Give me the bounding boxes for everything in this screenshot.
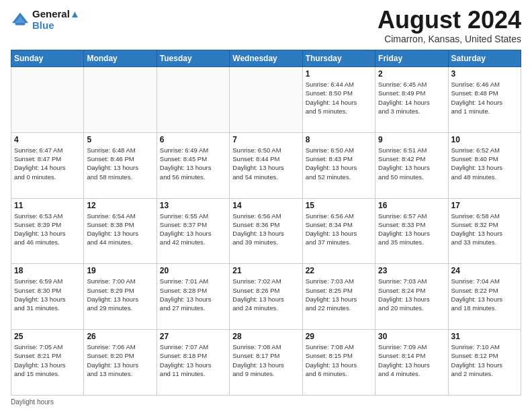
day-number: 5 — [87, 135, 153, 144]
calendar-cell: 6Sunrise: 6:49 AM Sunset: 8:45 PM Daylig… — [157, 132, 229, 198]
title-area: August 2024 Cimarron, Kansas, United Sta… — [378, 8, 521, 44]
day-number: 25 — [14, 332, 81, 341]
calendar-cell: 10Sunrise: 6:52 AM Sunset: 8:40 PM Dayli… — [448, 132, 521, 198]
calendar-header-row: SundayMondayTuesdayWednesdayThursdayFrid… — [11, 50, 521, 67]
calendar-cell: 27Sunrise: 7:07 AM Sunset: 8:18 PM Dayli… — [157, 330, 229, 396]
day-info: Sunrise: 7:08 AM Sunset: 8:17 PM Dayligh… — [232, 342, 299, 378]
day-info: Sunrise: 7:08 AM Sunset: 8:15 PM Dayligh… — [306, 342, 372, 378]
day-info: Sunrise: 6:54 AM Sunset: 8:38 PM Dayligh… — [87, 212, 153, 247]
day-info: Sunrise: 6:51 AM Sunset: 8:42 PM Dayligh… — [378, 146, 445, 181]
day-number: 8 — [306, 135, 372, 144]
calendar-header-monday: Monday — [84, 50, 157, 67]
day-info: Sunrise: 6:56 AM Sunset: 8:34 PM Dayligh… — [306, 212, 372, 247]
day-number: 14 — [232, 201, 299, 210]
day-number: 10 — [451, 135, 518, 144]
calendar-cell: 2Sunrise: 6:45 AM Sunset: 8:49 PM Daylig… — [375, 67, 448, 133]
day-number: 7 — [232, 135, 299, 144]
calendar-cell: 16Sunrise: 6:57 AM Sunset: 8:33 PM Dayli… — [375, 198, 448, 264]
logo: General▲ Blue — [11, 8, 80, 31]
calendar-week-3: 11Sunrise: 6:53 AM Sunset: 8:39 PM Dayli… — [11, 198, 521, 264]
day-info: Sunrise: 6:48 AM Sunset: 8:46 PM Dayligh… — [87, 146, 153, 181]
calendar-table: SundayMondayTuesdayWednesdayThursdayFrid… — [11, 50, 521, 396]
calendar-cell: 18Sunrise: 6:59 AM Sunset: 8:30 PM Dayli… — [11, 264, 84, 330]
calendar-cell: 9Sunrise: 6:51 AM Sunset: 8:42 PM Daylig… — [375, 132, 448, 198]
day-info: Sunrise: 7:03 AM Sunset: 8:24 PM Dayligh… — [378, 277, 445, 312]
calendar-cell: 1Sunrise: 6:44 AM Sunset: 8:50 PM Daylig… — [302, 67, 375, 133]
calendar-cell: 21Sunrise: 7:02 AM Sunset: 8:26 PM Dayli… — [230, 264, 302, 330]
day-info: Sunrise: 7:03 AM Sunset: 8:25 PM Dayligh… — [306, 277, 372, 312]
day-info: Sunrise: 7:05 AM Sunset: 8:21 PM Dayligh… — [14, 342, 81, 378]
calendar-cell — [230, 67, 302, 133]
calendar-cell: 5Sunrise: 6:48 AM Sunset: 8:46 PM Daylig… — [84, 132, 157, 198]
calendar-header-sunday: Sunday — [11, 50, 84, 67]
day-number: 23 — [378, 266, 445, 275]
calendar-week-2: 4Sunrise: 6:47 AM Sunset: 8:47 PM Daylig… — [11, 132, 521, 198]
day-info: Sunrise: 6:50 AM Sunset: 8:44 PM Dayligh… — [232, 146, 299, 181]
day-info: Sunrise: 7:01 AM Sunset: 8:28 PM Dayligh… — [160, 277, 226, 312]
day-number: 4 — [14, 135, 81, 144]
calendar-cell — [157, 67, 229, 133]
day-number: 6 — [160, 135, 226, 144]
calendar-header-saturday: Saturday — [448, 50, 521, 67]
calendar-week-1: 1Sunrise: 6:44 AM Sunset: 8:50 PM Daylig… — [11, 67, 521, 133]
calendar-cell: 31Sunrise: 7:10 AM Sunset: 8:12 PM Dayli… — [448, 330, 521, 396]
calendar-cell: 8Sunrise: 6:50 AM Sunset: 8:43 PM Daylig… — [302, 132, 375, 198]
svg-rect-2 — [15, 23, 25, 25]
calendar-cell: 19Sunrise: 7:00 AM Sunset: 8:29 PM Dayli… — [84, 264, 157, 330]
calendar-cell: 14Sunrise: 6:56 AM Sunset: 8:36 PM Dayli… — [230, 198, 302, 264]
day-number: 21 — [232, 266, 299, 275]
calendar-cell: 28Sunrise: 7:08 AM Sunset: 8:17 PM Dayli… — [230, 330, 302, 396]
day-number: 12 — [87, 201, 153, 210]
calendar-cell: 20Sunrise: 7:01 AM Sunset: 8:28 PM Dayli… — [157, 264, 229, 330]
day-info: Sunrise: 6:57 AM Sunset: 8:33 PM Dayligh… — [378, 212, 445, 247]
calendar-cell: 11Sunrise: 6:53 AM Sunset: 8:39 PM Dayli… — [11, 198, 84, 264]
day-info: Sunrise: 6:45 AM Sunset: 8:49 PM Dayligh… — [378, 80, 445, 116]
logo-text: General▲ Blue — [32, 8, 80, 31]
day-number: 26 — [87, 332, 153, 341]
day-number: 27 — [160, 332, 226, 341]
day-number: 13 — [160, 201, 226, 210]
calendar-cell: 15Sunrise: 6:56 AM Sunset: 8:34 PM Dayli… — [302, 198, 375, 264]
calendar-cell: 25Sunrise: 7:05 AM Sunset: 8:21 PM Dayli… — [11, 330, 84, 396]
day-number: 2 — [378, 69, 445, 79]
day-number: 11 — [14, 201, 81, 210]
day-number: 16 — [378, 201, 445, 210]
calendar-header-wednesday: Wednesday — [230, 50, 302, 67]
day-number: 18 — [14, 266, 81, 275]
calendar-header-friday: Friday — [375, 50, 448, 67]
day-info: Sunrise: 6:53 AM Sunset: 8:39 PM Dayligh… — [14, 212, 81, 247]
day-number: 24 — [451, 266, 518, 275]
calendar-cell: 17Sunrise: 6:58 AM Sunset: 8:32 PM Dayli… — [448, 198, 521, 264]
day-info: Sunrise: 6:49 AM Sunset: 8:45 PM Dayligh… — [160, 146, 226, 181]
day-number: 31 — [451, 332, 518, 341]
day-number: 3 — [451, 69, 518, 79]
day-number: 19 — [87, 266, 153, 275]
day-number: 17 — [451, 201, 518, 210]
month-title: August 2024 — [378, 8, 521, 32]
day-info: Sunrise: 6:56 AM Sunset: 8:36 PM Dayligh… — [232, 212, 299, 247]
header: General▲ Blue August 2024 Cimarron, Kans… — [11, 8, 521, 44]
calendar-cell — [11, 67, 84, 133]
day-info: Sunrise: 7:07 AM Sunset: 8:18 PM Dayligh… — [160, 342, 226, 378]
calendar-cell: 4Sunrise: 6:47 AM Sunset: 8:47 PM Daylig… — [11, 132, 84, 198]
day-number: 20 — [160, 266, 226, 275]
page: General▲ Blue August 2024 Cimarron, Kans… — [0, 0, 532, 411]
calendar-cell: 23Sunrise: 7:03 AM Sunset: 8:24 PM Dayli… — [375, 264, 448, 330]
calendar-cell: 26Sunrise: 7:06 AM Sunset: 8:20 PM Dayli… — [84, 330, 157, 396]
day-info: Sunrise: 7:10 AM Sunset: 8:12 PM Dayligh… — [451, 342, 518, 378]
day-info: Sunrise: 6:55 AM Sunset: 8:37 PM Dayligh… — [160, 212, 226, 247]
calendar-week-4: 18Sunrise: 6:59 AM Sunset: 8:30 PM Dayli… — [11, 264, 521, 330]
day-number: 9 — [378, 135, 445, 144]
calendar-cell: 29Sunrise: 7:08 AM Sunset: 8:15 PM Dayli… — [302, 330, 375, 396]
day-number: 15 — [306, 201, 372, 210]
calendar-cell: 3Sunrise: 6:46 AM Sunset: 8:48 PM Daylig… — [448, 67, 521, 133]
day-info: Sunrise: 6:59 AM Sunset: 8:30 PM Dayligh… — [14, 277, 81, 312]
day-info: Sunrise: 6:47 AM Sunset: 8:47 PM Dayligh… — [14, 146, 81, 181]
day-info: Sunrise: 7:02 AM Sunset: 8:26 PM Dayligh… — [232, 277, 299, 312]
day-number: 30 — [378, 332, 445, 341]
calendar-header-thursday: Thursday — [302, 50, 375, 67]
calendar-week-5: 25Sunrise: 7:05 AM Sunset: 8:21 PM Dayli… — [11, 330, 521, 396]
day-number: 1 — [306, 69, 372, 79]
day-info: Sunrise: 6:58 AM Sunset: 8:32 PM Dayligh… — [451, 212, 518, 247]
day-number: 22 — [306, 266, 372, 275]
